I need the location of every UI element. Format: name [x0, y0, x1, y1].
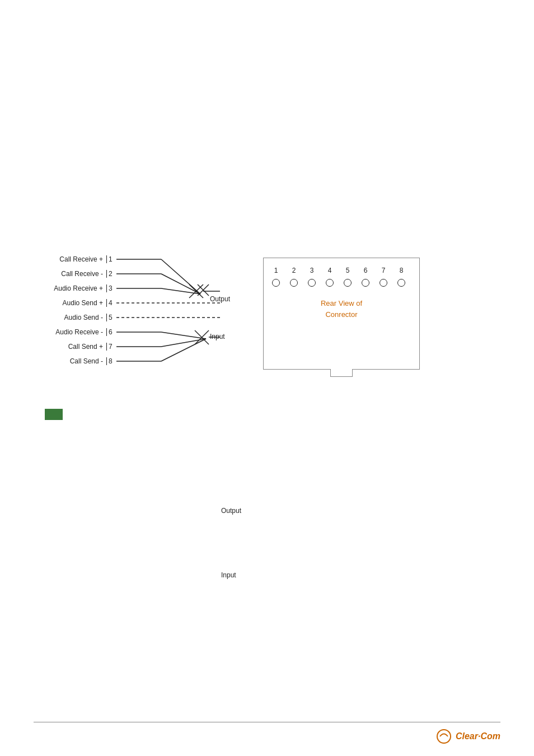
pin-circle-8 [397, 279, 405, 287]
pin-num-2: 2 [292, 267, 296, 274]
pin-label-4: Audio Send + [45, 299, 106, 307]
connector-rear-view-label: Rear View of Conrector [272, 298, 411, 320]
pin-label-1: Call Receive + [45, 255, 106, 263]
connector-inner: 1 2 3 4 5 [264, 258, 419, 325]
pin-number-5: 5 [106, 314, 116, 321]
pin-num-3: 3 [310, 267, 314, 274]
pin-number-4: 4 [106, 299, 116, 307]
rear-view-line2: Conrector [272, 309, 411, 320]
pin-num-5: 5 [346, 267, 350, 274]
connector-pin-3: 3 [308, 267, 316, 287]
pin-row-1: Call Receive + 1 [45, 252, 116, 267]
input-floating-label: Input [210, 333, 225, 340]
pin-row-8: Call Send - 8 [45, 354, 116, 368]
pin-number-3: 3 [106, 284, 116, 292]
pin-labels: Call Receive + 1 Call Receive - 2 Audio … [45, 252, 116, 368]
pin-circle-1 [272, 279, 280, 287]
connector-diagram-wrapper: 1 2 3 4 5 [263, 258, 420, 370]
pin-circle-2 [290, 279, 298, 287]
pin-number-6: 6 [106, 328, 116, 336]
svg-point-22 [437, 730, 451, 743]
clearcom-logo-text: Clear·Com [456, 731, 500, 741]
output-floating-label: Output [210, 295, 230, 303]
pin-label-5: Audio Send - [45, 314, 106, 321]
connector-pin-6: 6 [362, 267, 369, 287]
rear-view-line1: Rear View of [272, 298, 411, 309]
diagram-area: Call Receive + 1 Call Receive - 2 Audio … [45, 252, 257, 381]
pin-row-3: Audio Receive + 3 [45, 281, 116, 296]
pin-num-1: 1 [274, 267, 278, 274]
pin-label-7: Call Send + [45, 343, 106, 351]
pin-row-2: Call Receive - 2 [45, 267, 116, 281]
footer-line [34, 722, 500, 722]
pin-label-3: Audio Receive + [45, 284, 106, 292]
connector-pin-8: 8 [397, 267, 405, 287]
connector-pin-5: 5 [344, 267, 352, 287]
output-label: Output [221, 507, 241, 515]
connector-pin-1: 1 [272, 267, 280, 287]
input-label: Input [221, 571, 236, 579]
connector-pin-7: 7 [380, 267, 387, 287]
pin-row-7: Call Send + 7 [45, 339, 116, 354]
page-content: Call Receive + 1 Call Receive - 2 Audio … [0, 0, 534, 756]
pin-label-6: Audio Receive - [45, 328, 106, 336]
pin-label-8: Call Send - [45, 357, 106, 365]
footer-logo: Clear·Com [435, 728, 500, 745]
pin-number-1: 1 [106, 255, 116, 263]
pin-label-2: Call Receive - [45, 270, 106, 278]
pin-circle-6 [362, 279, 369, 287]
pin-circle-3 [308, 279, 316, 287]
pin-num-6: 6 [364, 267, 368, 274]
pin-circle-7 [380, 279, 387, 287]
pin-row-5: Audio Send - 5 [45, 310, 116, 325]
pin-num-7: 7 [382, 267, 386, 274]
pin-row-6: Audio Receive - 6 [45, 325, 116, 339]
connector-tab [330, 369, 353, 377]
pin-num-8: 8 [400, 267, 404, 274]
wiring-svg [116, 252, 262, 381]
connector-pin-2: 2 [290, 267, 298, 287]
pin-row-4: Audio Send + 4 [45, 296, 116, 310]
clearcom-logo-icon [435, 728, 452, 745]
pin-number-2: 2 [106, 270, 116, 278]
pin-circle-4 [326, 279, 334, 287]
pin-num-4: 4 [328, 267, 332, 274]
svg-line-18 [161, 339, 206, 361]
pin-number-8: 8 [106, 357, 116, 365]
connector-pin-4: 4 [326, 267, 334, 287]
pin-circle-5 [344, 279, 352, 287]
green-rect-marker [45, 409, 63, 420]
connector-pins-row: 1 2 3 4 5 [272, 267, 411, 287]
pin-number-7: 7 [106, 343, 116, 351]
wiring-diagram: Call Receive + 1 Call Receive - 2 Audio … [45, 252, 257, 381]
